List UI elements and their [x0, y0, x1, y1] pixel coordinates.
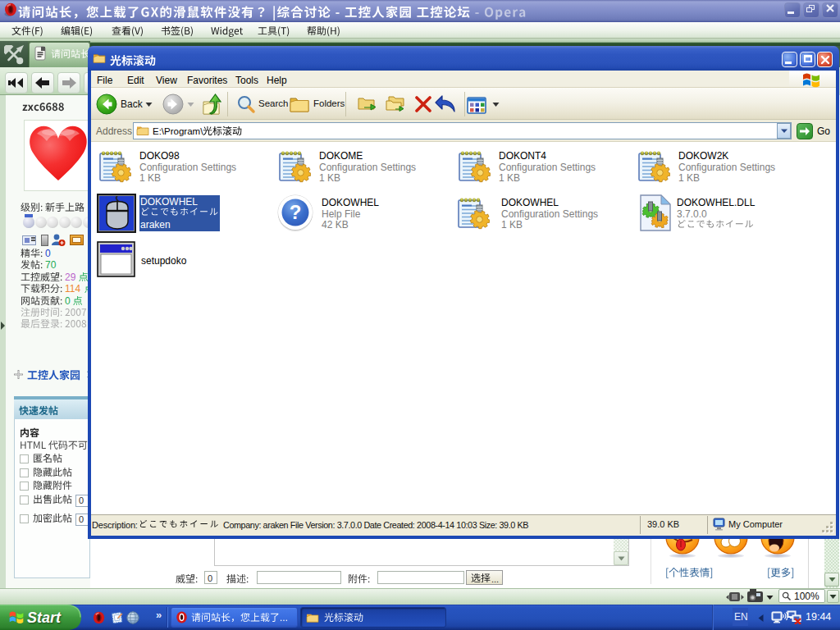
svg-text:?: ?	[290, 201, 302, 223]
